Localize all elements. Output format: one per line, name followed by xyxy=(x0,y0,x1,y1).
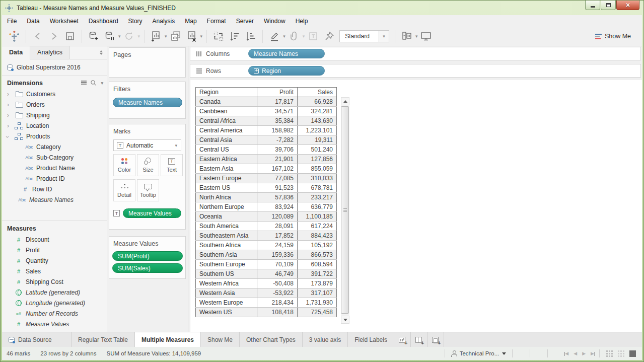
menu-item[interactable]: Dashboard xyxy=(84,16,123,27)
attach-button[interactable] xyxy=(287,29,301,44)
region-cell[interactable]: Central Africa xyxy=(196,116,257,126)
new-worksheet-tab-button[interactable] xyxy=(394,332,411,347)
sales-cell[interactable]: 233,217 xyxy=(298,193,337,202)
new-dashboard-tab-button[interactable] xyxy=(411,332,427,347)
measure-field[interactable]: Quantity xyxy=(2,255,107,266)
menu-item[interactable]: Window xyxy=(259,16,291,27)
dimension-field[interactable]: Product ID xyxy=(2,173,107,184)
sales-cell[interactable]: 105,192 xyxy=(298,241,337,250)
region-cell[interactable]: Eastern US xyxy=(196,183,257,193)
sales-cell[interactable]: 617,224 xyxy=(298,222,337,231)
sales-cell[interactable]: 636,779 xyxy=(298,202,337,212)
dimension-field[interactable]: Product Name xyxy=(2,163,107,173)
sales-cell[interactable]: 608,594 xyxy=(298,260,337,269)
vertical-scrollbar[interactable] xyxy=(341,97,349,324)
menu-item[interactable]: Analysis xyxy=(148,16,180,27)
profit-cell[interactable]: 34,571 xyxy=(257,107,298,116)
tab-data-source[interactable]: Data Source xyxy=(2,332,71,347)
dimension-field[interactable]: Sub-Category xyxy=(2,152,107,163)
profit-cell[interactable]: 167,102 xyxy=(257,164,298,174)
menu-item[interactable]: Story xyxy=(123,16,148,27)
clear-sheet-caret-icon[interactable]: ▾ xyxy=(200,34,203,39)
profit-cell[interactable]: -7,282 xyxy=(257,135,298,145)
columns-pill-measure-names[interactable]: Measure Names xyxy=(248,49,325,58)
expand-icon[interactable] xyxy=(7,113,14,118)
profit-cell[interactable]: -53,922 xyxy=(257,288,298,298)
rows-shelf[interactable]: Rows Region xyxy=(190,64,641,78)
measure-value-pill[interactable]: SUM(Sales) xyxy=(112,263,183,273)
attach-caret-icon[interactable]: ▾ xyxy=(303,34,305,39)
menu-item[interactable]: Map xyxy=(180,16,201,27)
sales-cell[interactable]: 1,100,185 xyxy=(298,212,337,222)
duplicate-sheet-button[interactable] xyxy=(169,29,183,44)
first-page-button[interactable]: ◀ xyxy=(564,351,568,356)
sales-cell[interactable]: 725,458 xyxy=(298,308,337,317)
presentation-mode-button[interactable] xyxy=(419,29,433,44)
dimension-field[interactable]: Orders xyxy=(2,99,107,110)
dimension-field[interactable]: Row ID xyxy=(2,184,107,194)
sheet-tab[interactable]: Other Chart Types xyxy=(240,332,303,347)
tab-analytics[interactable]: Analytics xyxy=(30,46,70,59)
measure-field[interactable]: Measure Values xyxy=(2,319,107,329)
sort-ascending-button[interactable] xyxy=(228,29,242,44)
measure-field[interactable]: Longitude (generated) xyxy=(2,298,107,308)
show-mark-labels-button[interactable] xyxy=(400,29,414,44)
profit-cell[interactable]: 218,434 xyxy=(257,298,298,308)
menu-item[interactable]: Data xyxy=(22,16,44,27)
profit-cell[interactable]: 39,706 xyxy=(257,145,298,155)
fit-selector[interactable]: Standard ▾ xyxy=(339,30,389,42)
region-cell[interactable]: Southern US xyxy=(196,269,257,279)
pane-menu-caret-icon[interactable]: ▾ xyxy=(101,81,103,86)
region-cell[interactable]: South America xyxy=(196,222,257,231)
menu-item[interactable]: File xyxy=(2,16,22,27)
sales-cell[interactable]: 173,879 xyxy=(298,279,337,288)
menu-item[interactable]: Format xyxy=(202,16,231,27)
mark-button[interactable]: Color xyxy=(113,154,135,176)
header-sales[interactable]: Sales xyxy=(298,88,337,97)
pin-button[interactable] xyxy=(322,29,336,44)
tableau-logo-icon[interactable] xyxy=(7,29,21,44)
pane-sort-icon[interactable] xyxy=(100,50,103,55)
search-icon[interactable] xyxy=(90,80,97,86)
profit-cell[interactable]: 17,852 xyxy=(257,231,298,241)
rows-pill-region[interactable]: Region xyxy=(248,66,325,76)
region-cell[interactable]: Eastern Europe xyxy=(196,174,257,183)
fit-caret-icon[interactable]: ▾ xyxy=(379,31,389,42)
clear-sheet-button[interactable] xyxy=(185,29,199,44)
scroll-up-button[interactable] xyxy=(341,97,349,105)
dimension-field[interactable]: Location xyxy=(2,120,107,131)
expand-icon[interactable] xyxy=(7,123,14,128)
mark-button[interactable]: Tooltip xyxy=(137,179,159,201)
mark-type-dropdown[interactable]: T Automatic ▾ xyxy=(113,139,181,151)
mark-button[interactable]: Detail xyxy=(113,179,135,201)
new-datasource-button[interactable] xyxy=(87,29,101,44)
region-cell[interactable]: Western US xyxy=(196,308,257,317)
profit-cell[interactable]: 57,836 xyxy=(257,193,298,202)
measure-field[interactable]: Profit xyxy=(2,245,107,255)
sales-cell[interactable]: 855,059 xyxy=(298,164,337,174)
measure-value-pill[interactable]: SUM(Profit) xyxy=(112,251,183,261)
pause-updates-button[interactable] xyxy=(103,29,117,44)
profit-cell[interactable]: 35,384 xyxy=(257,116,298,126)
region-cell[interactable]: Southern Africa xyxy=(196,241,257,250)
sheet-tab[interactable]: Field Labels xyxy=(348,332,394,347)
measure-field[interactable]: Sales xyxy=(2,266,107,276)
sales-cell[interactable]: 317,107 xyxy=(298,288,337,298)
sheet-tab[interactable]: Multiple Measures xyxy=(135,332,201,347)
expand-hierarchy-icon[interactable] xyxy=(254,68,259,74)
sales-cell[interactable]: 143,630 xyxy=(298,116,337,126)
redo-button[interactable] xyxy=(47,29,61,44)
restore-button[interactable] xyxy=(601,1,616,10)
save-button[interactable] xyxy=(63,29,77,44)
region-cell[interactable]: Southern Asia xyxy=(196,250,257,260)
region-cell[interactable]: Eastern Asia xyxy=(196,164,257,174)
region-cell[interactable]: Western Africa xyxy=(196,279,257,288)
menu-item[interactable]: Help xyxy=(291,16,313,27)
new-story-tab-button[interactable] xyxy=(427,332,444,347)
run-update-caret-icon[interactable]: ▾ xyxy=(138,34,140,39)
highlight-button[interactable] xyxy=(267,29,281,44)
previous-page-button[interactable]: ◀ xyxy=(574,351,577,356)
tab-data[interactable]: Data xyxy=(2,46,30,59)
datasource-item[interactable]: Global Superstore 2016 xyxy=(7,63,105,72)
header-region[interactable]: Region xyxy=(196,88,257,97)
